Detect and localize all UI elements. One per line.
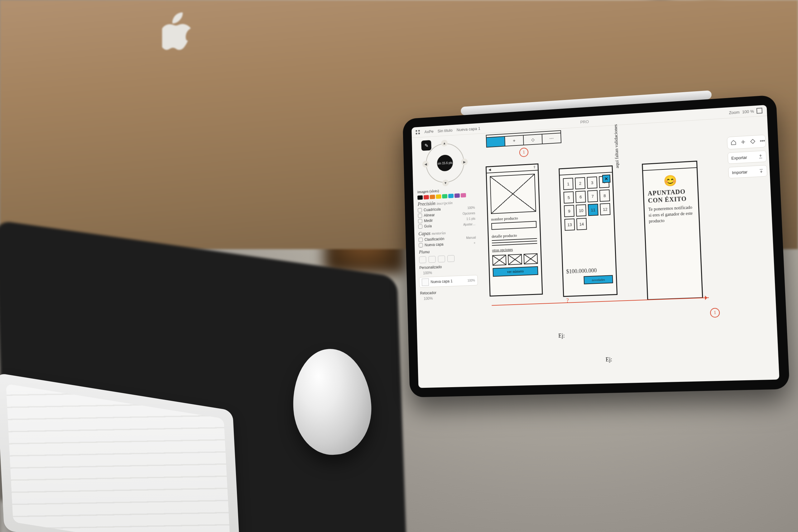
- key: 2: [575, 177, 585, 189]
- crumb-app[interactable]: AxPe: [424, 129, 433, 134]
- home-icon[interactable]: [730, 139, 736, 146]
- wireframe-keypad: ✕ 1 2 3 4 5 6 7 8 9 10 11 12 13: [559, 165, 617, 297]
- product-title: nombre producto: [491, 215, 536, 222]
- ipad: AxPe Sin título Nueva capa 1 PRO Zoom 10…: [403, 95, 790, 397]
- layer-name: Nueva capa 1: [431, 279, 453, 284]
- pro-badge: PRO: [580, 119, 589, 124]
- plus-icon[interactable]: [740, 139, 746, 146]
- desk-photo-scene: AxPe Sin título Nueva capa 1 PRO Zoom 10…: [0, 0, 798, 532]
- svg-point-2: [764, 140, 765, 141]
- swatch-yellow[interactable]: [436, 194, 441, 199]
- novedades-button: novedades: [583, 275, 613, 284]
- zoom-value: 100 %: [742, 109, 754, 114]
- diamond-icon[interactable]: [750, 138, 756, 145]
- key: 14: [576, 218, 587, 230]
- swatch-pink[interactable]: [461, 193, 466, 198]
- hero-image-placeholder: [490, 174, 536, 214]
- export-button[interactable]: Exportar: [728, 150, 767, 164]
- key: 3: [587, 177, 598, 189]
- dial-seg[interactable]: ▶: [461, 158, 468, 165]
- flow-marker-end: 1: [710, 308, 720, 318]
- layer-thumb-icon: [422, 279, 429, 286]
- key-highlight: 11: [588, 204, 598, 216]
- key: 7: [587, 190, 598, 202]
- canvas[interactable]: ✎ sin 15.6 pts ▲ ▶ ▼ ◀ imagen (slots): [412, 116, 779, 388]
- key: 10: [576, 204, 586, 216]
- svg-point-0: [760, 140, 761, 141]
- flow-marker-1: 1: [519, 148, 529, 157]
- import-button[interactable]: Importar: [728, 165, 767, 178]
- cta-ver-numero: ver número: [492, 266, 538, 277]
- thumbnail-row: [492, 253, 538, 266]
- swatch-purple[interactable]: [454, 193, 460, 198]
- svg-point-1: [762, 140, 763, 141]
- flow-arrow: [492, 298, 709, 306]
- layer-chip[interactable]: Nueva capa 1 100%: [419, 275, 478, 288]
- grid-icon[interactable]: [416, 130, 420, 134]
- wireframe-product-detail: ◀⇪ nombre producto detalle producto otra…: [486, 164, 543, 297]
- design-app-screen: AxPe Sin título Nueva capa 1 PRO Zoom 10…: [412, 105, 779, 388]
- product-subtitle: detalle producto: [492, 232, 537, 239]
- success-body: Te poneremos notificado si eres el ganad…: [648, 205, 695, 225]
- fullscreen-icon[interactable]: [757, 108, 762, 114]
- nav-plus-icon: ＋: [505, 135, 524, 146]
- zoom-label: Zoom: [729, 110, 740, 115]
- key: 5: [564, 191, 574, 203]
- success-emoji-icon: 😊: [643, 173, 697, 188]
- flow-question-mark: ?: [566, 298, 569, 304]
- breadcrumb: AxPe Sin título Nueva capa 1: [424, 126, 480, 134]
- shape-tools: [727, 135, 766, 150]
- other-options: otras opciones: [492, 246, 538, 253]
- layer-opacity: 100%: [467, 279, 475, 282]
- nav-shape-icon: ◇: [524, 135, 543, 145]
- key: 13: [564, 218, 575, 230]
- ej-label-2: Ej:: [605, 356, 612, 363]
- key: 8: [599, 189, 610, 202]
- key: 6: [576, 191, 586, 203]
- swatch-orange[interactable]: [430, 195, 435, 199]
- more-icon[interactable]: [759, 138, 766, 145]
- right-actions: Exportar Importar: [727, 135, 767, 178]
- nav-more-icon: ⋯: [542, 133, 561, 144]
- zoom-indicator[interactable]: Zoom 100 %: [729, 108, 762, 116]
- section-plume: Pluma: [419, 247, 476, 255]
- swatch-green[interactable]: [442, 194, 447, 198]
- close-icon: ✕: [602, 174, 611, 183]
- key: 1: [563, 178, 574, 190]
- key: 9: [564, 205, 575, 217]
- crumb-layer[interactable]: Nueva capa 1: [456, 126, 480, 132]
- number-keypad: 1 2 3 4 5 6 7 8 9 10 11 12 13 14: [563, 176, 611, 230]
- swatch-black[interactable]: [417, 195, 423, 200]
- handwritten-note: aquí faltan validaciones: [614, 159, 620, 169]
- swatch-cyan[interactable]: [448, 194, 454, 198]
- apple-logo-icon: [162, 13, 193, 50]
- dial-seg[interactable]: ▼: [442, 179, 449, 186]
- key: 12: [600, 203, 610, 215]
- nav-home-icon: [487, 137, 505, 147]
- tool-panel: ✎ sin 15.6 pts ▲ ▶ ▼ ◀ imagen (slots): [414, 137, 480, 302]
- swatch-red[interactable]: [424, 195, 429, 200]
- stroke-style-icons[interactable]: [419, 254, 476, 263]
- success-heading: Apuntado con Éxito: [648, 188, 694, 204]
- price-label: $100.000.000: [566, 267, 613, 275]
- crumb-file[interactable]: Sin título: [438, 128, 453, 133]
- pencil-tool-icon[interactable]: ✎: [421, 140, 431, 151]
- ej-label-1: Ej:: [558, 332, 565, 339]
- tool-dial[interactable]: ✎ sin 15.6 pts ▲ ▶ ▼ ◀: [422, 139, 468, 187]
- wireframe-success: 😊 Apuntado con Éxito Te poneremos notifi…: [642, 161, 703, 300]
- wireframe-navbar: ＋ ◇ ⋯ 1: [486, 133, 562, 159]
